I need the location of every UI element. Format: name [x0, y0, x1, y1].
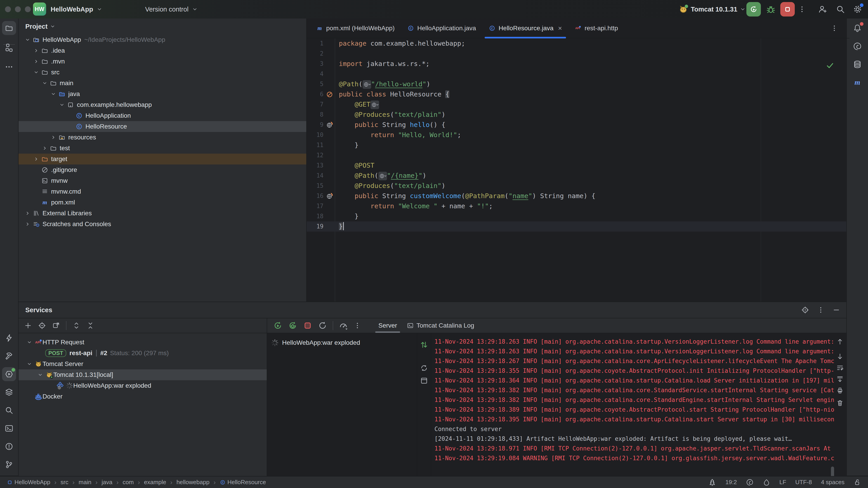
window-minimize-button[interactable] [15, 6, 21, 12]
indent-widget[interactable]: 4 spaces [821, 479, 844, 486]
editor-tab-options-button[interactable] [829, 23, 839, 33]
project-panel-header[interactable]: Project [19, 19, 306, 34]
breadcrumb-item-java[interactable]: java [102, 479, 113, 486]
chevron-down-icon[interactable] [24, 339, 34, 345]
settings-button[interactable] [850, 2, 865, 17]
chevron-down-icon[interactable] [24, 361, 34, 367]
hide-panel-button[interactable] [832, 306, 840, 314]
project-tree-item-main[interactable]: main [19, 78, 306, 89]
inspections-status-icon[interactable] [826, 61, 835, 70]
editor-tab-rest-api-http[interactable]: APIrest-api.http [568, 19, 624, 38]
next-message-icon[interactable] [836, 353, 844, 360]
chevron-down-icon[interactable] [35, 372, 45, 378]
tool-stripe-more-tool-windows[interactable] [2, 60, 16, 74]
inferred-root-globe-icon[interactable] [378, 172, 387, 180]
collapse-all-button[interactable] [86, 322, 94, 330]
console-tab-server[interactable]: Server [373, 318, 402, 333]
chevron-down-icon[interactable] [49, 91, 58, 97]
project-tree-item-mvnw-cmd[interactable]: mvnw.cmd [19, 186, 306, 197]
chevron-down-icon[interactable] [31, 69, 41, 75]
search-everywhere-button[interactable] [833, 2, 848, 17]
line-column-widget[interactable]: 19:2 [725, 479, 737, 486]
project-tree-item-src[interactable]: src [19, 67, 306, 78]
run-config-widget[interactable]: Tomcat 10.1.31 [678, 0, 746, 19]
tool-stripe-project[interactable] [2, 21, 16, 35]
expand-all-button[interactable] [72, 322, 81, 330]
project-tree-item-resources[interactable]: resources [19, 132, 306, 143]
console-tab-tomcat-catalina-log[interactable]: Tomcat Catalina Log [402, 318, 479, 333]
console-options-button[interactable] [353, 322, 361, 329]
refresh-icon[interactable] [420, 364, 428, 372]
chevron-right-icon[interactable] [23, 210, 33, 216]
project-tree-item-external-libraries[interactable]: External Libraries [19, 208, 306, 219]
project-tree-item-test[interactable]: test [19, 143, 306, 154]
breadcrumb-item-main[interactable]: main [79, 479, 91, 486]
locate-icon[interactable] [801, 306, 809, 314]
project-widget[interactable]: HelloWebApp [51, 0, 103, 19]
endpoint-gutter-icon[interactable] [326, 192, 333, 200]
tool-stripe-problems[interactable] [2, 440, 16, 453]
service-item-http-request[interactable]: APIHTTP Request [19, 337, 267, 348]
tool-stripe-notifications[interactable] [850, 21, 864, 35]
editor-tab-pom-xml-hellowebapp-[interactable]: mpom.xml (HelloWebApp) [310, 19, 401, 38]
stop-button[interactable] [780, 2, 795, 17]
profiler-button[interactable] [339, 321, 348, 330]
encoding-widget[interactable]: UTF-8 [795, 479, 812, 486]
tool-stripe-database[interactable] [850, 57, 864, 71]
redeploy-button[interactable] [318, 321, 327, 330]
add-service-button[interactable] [24, 322, 32, 330]
line-separator-widget[interactable]: LF [779, 479, 786, 486]
resource-slash-gutter-icon[interactable] [326, 91, 333, 98]
project-tree-item-pom-xml[interactable]: mpom.xml [19, 197, 306, 208]
print-icon[interactable] [836, 387, 844, 394]
service-item-tomcat-10-1-31[interactable]: Tomcat 10.1.31[local] [19, 369, 267, 380]
tool-stripe-structure[interactable] [2, 40, 16, 55]
tool-stripe-build[interactable] [2, 349, 16, 363]
tool-stripe-maven[interactable]: m [850, 75, 864, 90]
endpoint-gutter-icon[interactable] [326, 121, 333, 129]
chevron-down-icon[interactable] [40, 80, 50, 86]
project-tree-item-helloresource[interactable]: CHelloResource [19, 121, 306, 132]
chevron-right-icon[interactable] [31, 48, 41, 54]
chevron-down-icon[interactable] [23, 37, 33, 43]
debug-button[interactable] [764, 2, 778, 17]
chevron-right-icon[interactable] [31, 156, 41, 162]
view-options-button[interactable] [38, 322, 46, 330]
project-tree-item-mvnw[interactable]: mvnw [19, 175, 306, 186]
breadcrumb-item-com[interactable]: com [123, 479, 134, 486]
tool-stripe-find[interactable] [2, 403, 16, 417]
tool-stripe-ai-assistant[interactable] [850, 39, 864, 53]
breadcrumb-item-example[interactable]: example [144, 479, 166, 486]
close-icon[interactable]: × [558, 24, 562, 32]
service-item-rest-api[interactable]: POSTrest-api#2Status: 200 (297 ms) [19, 348, 267, 359]
more-actions-button[interactable] [797, 2, 807, 17]
ai-status-icon[interactable] [746, 479, 754, 486]
service-item-docker[interactable]: Docker [19, 391, 267, 402]
code-area[interactable]: 1package com.example.hellowebapp;23impor… [307, 38, 846, 302]
server-log[interactable]: 11-Nov-2024 13:29:18.263 INFO [main] org… [431, 333, 846, 476]
chevron-down-icon[interactable] [57, 102, 67, 108]
log-scrollbar[interactable] [831, 466, 834, 476]
scroll-to-end-icon[interactable] [836, 375, 844, 383]
clear-all-icon[interactable] [836, 399, 844, 407]
debug-server-button[interactable] [288, 321, 298, 330]
chevron-right-icon[interactable] [31, 59, 41, 64]
show-console-icon[interactable] [420, 377, 428, 385]
breadcrumb-item-helloresource[interactable]: CHelloResource [220, 479, 266, 486]
breadcrumb-item-hellowebapp[interactable]: HelloWebApp [7, 479, 51, 486]
project-tree-item--gitignore[interactable]: .gitignore [19, 164, 306, 175]
tool-stripe-version-control[interactable] [2, 457, 16, 471]
breadcrumb-item-hellowebapp[interactable]: hellowebapp [177, 479, 210, 486]
open-in-new-tab-button[interactable] [52, 322, 60, 330]
inferred-root-globe-icon[interactable] [370, 101, 379, 109]
chevron-right-icon[interactable] [49, 134, 58, 140]
service-item-hellowebapp-war-exploded[interactable]: HelloWebApp:war exploded [19, 380, 267, 391]
project-tree-item-java[interactable]: java [19, 89, 306, 99]
project-tree-item-helloapplication[interactable]: CHelloApplication [19, 110, 306, 121]
tool-stripe-endpoints[interactable] [2, 331, 16, 345]
deploy-arrows-icon[interactable] [420, 340, 428, 349]
stop-server-button[interactable] [303, 321, 312, 330]
plugin-tree-icon[interactable] [708, 478, 716, 486]
rerun-button[interactable] [746, 2, 761, 17]
project-tree-item--idea[interactable]: .idea [19, 45, 306, 56]
